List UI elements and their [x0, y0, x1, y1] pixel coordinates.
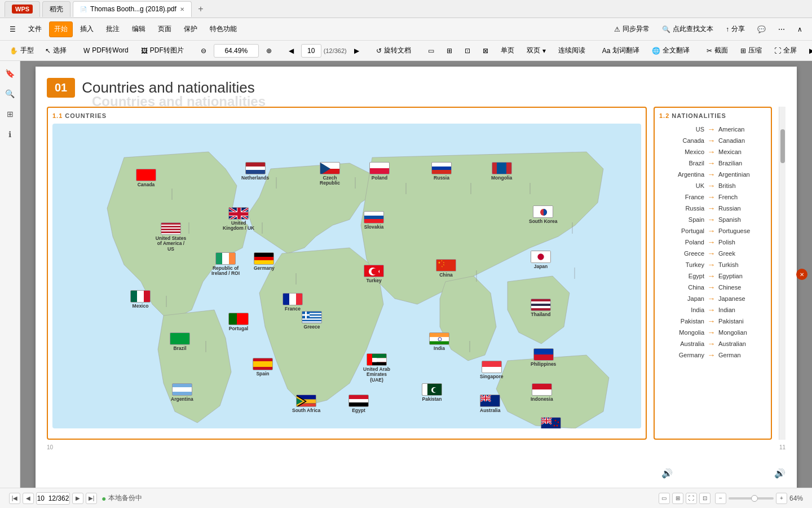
zoom-in-button[interactable]: ⊕ [261, 43, 277, 59]
prev-page-button[interactable]: ◀ [284, 43, 299, 59]
zoom-in-status-button[interactable]: + [776, 493, 787, 504]
volume-icon[interactable]: 🔊 [661, 468, 673, 479]
new-tab-button[interactable]: + [194, 2, 208, 16]
view-double-button[interactable]: ⊞ [672, 493, 683, 504]
more-button[interactable]: ⋯ [773, 21, 790, 37]
flag-argentina: Argentina [171, 383, 193, 402]
bookmark-icon[interactable]: 🔖 [2, 65, 18, 81]
nationality-country: UK [659, 182, 704, 189]
flag-argentina-image [172, 383, 192, 396]
pdf-to-word-button[interactable]: W PDF转Word [78, 43, 134, 59]
fullscreen-button[interactable]: ⛶ 全屏 [769, 43, 802, 59]
cut-button[interactable]: ✂ 截面 [701, 43, 733, 59]
nationality-country: Greece [659, 250, 704, 257]
view-icon-button1[interactable]: ▭ [423, 43, 439, 59]
double-page-button[interactable]: 双页 ▾ [522, 43, 551, 59]
view-icon-button3[interactable]: ⊡ [460, 43, 475, 59]
prev-page-status-button[interactable]: ◀ [23, 493, 34, 504]
menu-icon-button[interactable]: ☰ [5, 21, 21, 37]
right-edge-button[interactable]: ✕ [796, 269, 807, 280]
comment-button2[interactable]: 💬 [752, 21, 771, 37]
svg-rect-38 [302, 314, 310, 316]
wps-tab[interactable]: WPS [5, 1, 40, 17]
rotate-doc-button[interactable]: ↺ 旋转文档 [371, 43, 416, 59]
dake-tab[interactable]: 稻壳 [42, 1, 70, 17]
nationality-row: Russia → Russian [659, 203, 766, 214]
next-page-button[interactable]: ▶ [349, 43, 364, 59]
svg-point-93 [553, 425, 555, 427]
view-single-button[interactable]: ▭ [659, 493, 670, 504]
nationality-country: Poland [659, 239, 704, 246]
page-num-right: 11 [779, 444, 785, 450]
nationality-value: Australian [718, 340, 766, 347]
feature-menu-button[interactable]: 特色功能 [205, 21, 242, 37]
next-page-status-button[interactable]: ▶ [72, 493, 83, 504]
view-icon-button2[interactable]: ⊞ [442, 43, 457, 59]
flag-greece-label: Greece [304, 325, 320, 330]
nationality-arrow: → [708, 125, 716, 134]
section1-title: COUNTRIES [65, 112, 107, 119]
right-scrollbar[interactable] [779, 107, 785, 440]
flag-netherlands-image [245, 162, 266, 174]
backup-label: 本地备份中 [108, 493, 142, 503]
view-fullpage-button[interactable]: ⛶ [686, 493, 697, 504]
pdf-to-image-button[interactable]: 🖼 PDF转图片 [136, 43, 189, 59]
page-number-input[interactable] [301, 44, 321, 58]
collapse-button[interactable]: ∧ [792, 21, 807, 37]
info-icon[interactable]: ℹ [2, 126, 18, 142]
play-button[interactable]: ▶ 播放 [804, 43, 812, 59]
flag-uae-image [367, 353, 387, 366]
full-translate-button[interactable]: 🌐 全文翻译 [647, 43, 695, 59]
close-tab-icon[interactable]: ✕ [180, 6, 184, 12]
nationality-country: Germany [659, 352, 704, 358]
file-menu-button[interactable]: 文件 [23, 21, 47, 37]
zoom-slider-thumb[interactable] [751, 495, 758, 502]
zoom-slider[interactable] [729, 497, 774, 500]
nationality-arrow: → [708, 317, 716, 326]
sync-button[interactable]: ⚠ 同步异常 [609, 21, 655, 37]
search-sidebar-icon[interactable]: 🔍 [2, 86, 18, 102]
last-page-button[interactable]: ▶| [86, 493, 97, 504]
edit-menu-button[interactable]: 编辑 [127, 21, 151, 37]
layers-icon[interactable]: ⊞ [2, 106, 18, 122]
zoom-input[interactable] [214, 44, 259, 58]
nationality-row: Mongolia → Mongolian [659, 327, 766, 338]
nationality-arrow: → [708, 192, 716, 202]
flag-ireland-label: Republic ofIreland / ROI [211, 266, 240, 277]
start-menu-button[interactable]: 开始 [49, 21, 73, 37]
view-fit-button[interactable]: ⊡ [699, 493, 710, 504]
continuous-read-button[interactable]: 连续阅读 [553, 43, 590, 59]
compress-button[interactable]: ⊞ 压缩 [735, 43, 767, 59]
flag-germany: Germany [254, 252, 275, 271]
single-page-button[interactable]: 单页 [496, 43, 519, 59]
scroll-thumb[interactable] [780, 129, 785, 163]
flag-uae-label: United ArabEmirates (UAE) [360, 367, 394, 383]
pdf-tab[interactable]: 📄 Thomas Booth...g (2018).pdf ✕ [73, 1, 192, 17]
page-menu-button[interactable]: 页面 [153, 21, 176, 37]
segment-translate-button[interactable]: Aa 划词翻译 [597, 43, 645, 59]
status-page-input[interactable] [36, 492, 70, 505]
zoom-out-button[interactable]: ⊖ [196, 43, 211, 59]
content-split: 1.1 COUNTRIES [47, 107, 785, 440]
insert-menu-button[interactable]: 插入 [75, 21, 99, 37]
select-tool-button[interactable]: ↖ 选择 [40, 43, 72, 59]
nationality-row: Greece → Greek [659, 248, 766, 259]
view-icon-button4[interactable]: ⊠ [478, 43, 493, 59]
first-page-button[interactable]: |◀ [9, 493, 20, 504]
nationality-row: Poland → Polish [659, 237, 766, 248]
volume-icon2[interactable]: 🔊 [774, 468, 785, 479]
hand-tool-button[interactable]: ✋ 手型 [5, 43, 39, 59]
nationality-arrow: → [708, 339, 716, 348]
comment-menu-button[interactable]: 批注 [101, 21, 125, 37]
find-text-button[interactable]: 🔍 点此查找文本 [657, 21, 718, 37]
flag-france-image [283, 293, 303, 305]
nationality-arrow: → [708, 204, 716, 213]
nationality-row: Portugal → Portuguese [659, 225, 766, 237]
nationality-country: Pakistan [659, 318, 704, 325]
protect-menu-button[interactable]: 保护 [179, 21, 202, 37]
share-button[interactable]: ↑ 分享 [721, 21, 750, 37]
zoom-out-status-button[interactable]: − [715, 493, 726, 504]
countries-section: 1.1 COUNTRIES [47, 107, 647, 440]
nationality-arrow: → [708, 159, 716, 168]
nationality-value: Greek [718, 250, 766, 257]
